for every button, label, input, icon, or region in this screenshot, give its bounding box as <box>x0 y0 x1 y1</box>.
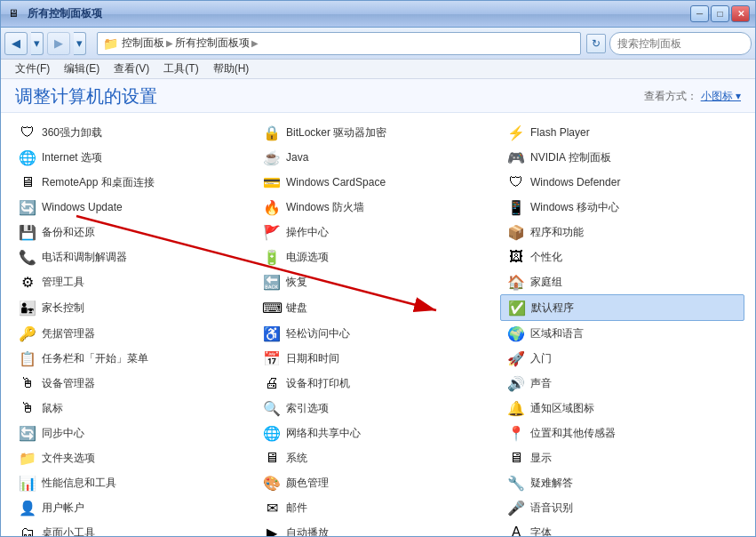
list-item[interactable]: 🎨颜色管理 <box>256 470 500 495</box>
list-item[interactable]: 📦程序和功能 <box>500 220 744 244</box>
list-item[interactable]: 🔊声音 <box>500 371 744 396</box>
item-icon: ♿ <box>263 325 281 342</box>
menu-file[interactable]: 文件(F) <box>8 60 57 78</box>
list-item[interactable]: 📊性能信息和工具 <box>12 470 256 495</box>
list-item[interactable]: 🎤语音识别 <box>500 495 744 520</box>
close-button[interactable]: ✕ <box>731 5 750 22</box>
list-item[interactable]: 🔔通知区域图标 <box>500 396 744 421</box>
page-title: 调整计算机的设置 <box>15 84 157 108</box>
list-item[interactable]: 📞电话和调制解调器 <box>12 244 256 269</box>
list-item[interactable]: 💾备份和还原 <box>12 220 256 244</box>
item-icon: 🔊 <box>507 374 525 392</box>
window-controls: ─ □ ✕ <box>690 5 750 22</box>
menu-bar: 文件(F) 编辑(E) 查看(V) 工具(T) 帮助(H) <box>1 60 755 79</box>
list-item[interactable]: 🏠家庭组 <box>500 269 744 294</box>
list-item[interactable]: 🔙恢复 <box>256 269 500 294</box>
list-item[interactable]: 🌐Internet 选项 <box>12 145 256 170</box>
list-item[interactable]: 🖥系统 <box>256 445 500 470</box>
list-item[interactable]: 📋任务栏和「开始」菜单 <box>12 346 256 371</box>
list-item[interactable]: 💳Windows CardSpace <box>256 170 500 195</box>
item-label: NVIDIA 控制面板 <box>530 150 611 165</box>
item-icon: 🔙 <box>263 273 281 291</box>
list-item[interactable]: ⚙管理工具 <box>12 269 256 294</box>
list-item[interactable]: 📱Windows 移动中心 <box>500 195 744 220</box>
item-label: RemoteApp 和桌面连接 <box>42 175 155 190</box>
maximize-button[interactable]: □ <box>711 5 729 22</box>
item-icon: 📞 <box>19 248 36 266</box>
list-item[interactable]: 🔧疑难解答 <box>500 470 744 495</box>
list-item[interactable]: 🌐网络和共享中心 <box>256 421 500 445</box>
item-icon: 🖥 <box>19 173 36 191</box>
list-item[interactable]: 🖨设备和打印机 <box>256 371 500 396</box>
list-item[interactable]: 🔄同步中心 <box>12 421 256 445</box>
search-bar[interactable]: 🔍 <box>609 32 752 55</box>
item-icon: 📊 <box>19 474 36 492</box>
list-item[interactable]: 🛡360强力卸载 <box>12 120 256 145</box>
item-label: Java <box>286 151 308 164</box>
list-item[interactable]: 🖱鼠标 <box>12 396 256 421</box>
item-label: Windows Update <box>42 201 123 213</box>
forward-button[interactable]: ▶ <box>47 32 70 55</box>
item-label: 用户帐户 <box>42 501 84 516</box>
item-icon: 🔍 <box>263 399 281 417</box>
breadcrumb-root[interactable]: 控制面板 <box>122 36 164 51</box>
list-item[interactable]: ⚡Flash Player <box>500 120 744 145</box>
list-item[interactable]: 🔒BitLocker 驱动器加密 <box>256 120 500 145</box>
item-icon: 🎮 <box>507 148 525 166</box>
list-item[interactable]: 📅日期和时间 <box>256 346 500 371</box>
list-item[interactable]: ☕Java <box>256 145 500 170</box>
main-panel: 调整计算机的设置 查看方式： 小图标 ▾ 🛡360强力卸载🔒BitLocker … <box>1 79 755 537</box>
list-item[interactable]: ▶自动播放 <box>256 520 500 537</box>
list-item[interactable]: 🚩操作中心 <box>256 220 500 244</box>
list-item[interactable]: ✉邮件 <box>256 495 500 520</box>
forward-dropdown[interactable]: ▾ <box>74 32 86 55</box>
list-item[interactable]: 🔋电源选项 <box>256 244 500 269</box>
list-item[interactable]: 🗂桌面小工具 <box>12 520 256 537</box>
menu-edit[interactable]: 编辑(E) <box>57 60 107 78</box>
back-dropdown[interactable]: ▾ <box>31 32 44 55</box>
list-item[interactable]: 👤用户帐户 <box>12 495 256 520</box>
list-item[interactable]: 📍位置和其他传感器 <box>500 421 744 445</box>
list-item[interactable]: 🔑凭据管理器 <box>12 321 256 346</box>
folder-icon: 📁 <box>103 36 118 51</box>
menu-help[interactable]: 帮助(H) <box>206 60 257 78</box>
item-label: Windows Defender <box>530 176 620 188</box>
list-item[interactable]: 🖥显示 <box>500 445 744 470</box>
view-current[interactable]: 小图标 ▾ <box>701 89 741 104</box>
list-item[interactable]: 🚀入门 <box>500 346 744 371</box>
item-label: 索引选项 <box>286 401 329 416</box>
item-label: 位置和其他传感器 <box>530 426 616 441</box>
list-item[interactable]: 🎮NVIDIA 控制面板 <box>500 145 744 170</box>
item-label: 入门 <box>530 351 552 366</box>
list-item[interactable]: 🖥RemoteApp 和桌面连接 <box>12 170 256 195</box>
menu-tools[interactable]: 工具(T) <box>156 60 205 78</box>
item-icon: 🎨 <box>263 474 281 492</box>
item-icon: 🔒 <box>263 124 281 141</box>
list-item[interactable]: ⌨键盘 <box>256 294 500 321</box>
list-item[interactable]: 🖼个性化 <box>500 244 744 269</box>
list-item[interactable]: 🖱设备管理器 <box>12 371 256 396</box>
list-item[interactable]: 📁文件夹选项 <box>12 445 256 470</box>
title-bar-text: 所有控制面板项 <box>28 6 102 21</box>
minimize-button[interactable]: ─ <box>690 5 709 22</box>
list-item[interactable]: 🔄Windows Update <box>12 195 256 220</box>
list-item[interactable]: ✅默认程序 <box>500 294 744 321</box>
list-item[interactable]: 🔥Windows 防火墙 <box>256 195 500 220</box>
item-label: 默认程序 <box>531 301 574 316</box>
list-item[interactable]: 🔍索引选项 <box>256 396 500 421</box>
list-item[interactable]: ♿轻松访问中心 <box>256 321 500 346</box>
list-item[interactable]: 👨‍👧家长控制 <box>12 294 256 321</box>
item-label: 字体 <box>530 525 552 538</box>
item-label: 日期和时间 <box>286 351 339 366</box>
item-icon: 🔑 <box>19 325 36 342</box>
item-icon: 🚩 <box>263 223 281 241</box>
item-label: 颜色管理 <box>286 476 329 491</box>
menu-view[interactable]: 查看(V) <box>107 60 156 78</box>
search-input[interactable] <box>617 37 751 50</box>
list-item[interactable]: 🛡Windows Defender <box>500 170 744 195</box>
list-item[interactable]: 🌍区域和语言 <box>500 321 744 346</box>
refresh-button[interactable]: ↻ <box>586 34 606 53</box>
back-button[interactable]: ◀ <box>4 32 28 55</box>
list-item[interactable]: A字体 <box>500 520 744 537</box>
breadcrumb-current[interactable]: 所有控制面板项 <box>175 36 250 51</box>
